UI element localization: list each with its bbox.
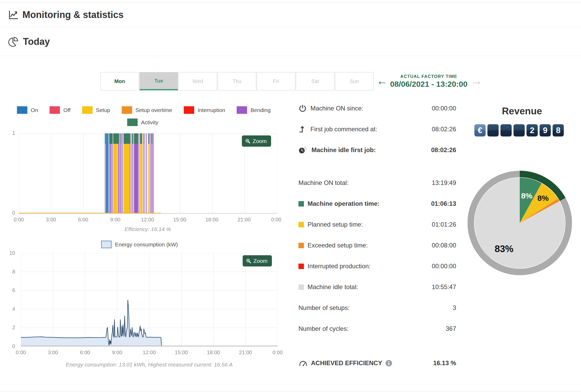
x-tick-label: 12:00 bbox=[139, 217, 156, 223]
utilization-pie-chart: 8%8%83% bbox=[465, 168, 574, 278]
x-tick-label: 3:00 bbox=[43, 217, 59, 223]
tab-sat[interactable]: Sat bbox=[296, 72, 334, 90]
revenue-digit bbox=[487, 124, 499, 136]
legend-item-activity[interactable]: Activity bbox=[127, 119, 158, 126]
setup-swatch bbox=[298, 222, 304, 227]
stat-value: 00:00:00 bbox=[432, 105, 456, 112]
exceeded-swatch bbox=[298, 243, 304, 248]
operation-swatch bbox=[298, 201, 304, 207]
stat-value: 10:55:47 bbox=[432, 283, 456, 291]
x-tick-label: 0:00 bbox=[10, 217, 27, 223]
energy-legend: Energy consumption (kW) bbox=[101, 241, 189, 248]
currency-euro-box: € bbox=[474, 124, 486, 136]
x-tick-label: 0:00 bbox=[13, 350, 29, 356]
titlebar: Monitoring & statistics bbox=[0, 3, 581, 27]
pie-canvas: 8%8%83% bbox=[465, 168, 574, 278]
factory-time-value: 08/06/2021 - 13:20:00 bbox=[388, 80, 469, 89]
revenue-digit: 9 bbox=[540, 124, 551, 136]
interrupted-swatch bbox=[298, 264, 304, 269]
energy-caption: Energy consumption: 13.01 kWh, Highest m… bbox=[21, 362, 278, 368]
legend-item-setup[interactable]: Setup bbox=[82, 106, 110, 114]
stat-value: 01:01:26 bbox=[432, 221, 456, 228]
stat-achieved-efficiency: ACHIEVED EFFICIENCY 16.13 % bbox=[298, 359, 456, 367]
section-title: Today bbox=[23, 36, 50, 47]
stat-value: 01:06:13 bbox=[431, 200, 456, 207]
next-day-arrow-icon[interactable]: → bbox=[471, 75, 482, 86]
y-tick-label: 2 bbox=[5, 325, 15, 331]
idle-swatch bbox=[298, 284, 304, 290]
stat-value: 08:02:26 bbox=[431, 146, 456, 154]
x-tick-label: 21:00 bbox=[237, 350, 254, 356]
day-tabs: Mon Tue Wed Thu Fri Sat Sun bbox=[100, 72, 374, 90]
idle-clock-icon: z z bbox=[298, 146, 308, 154]
tab-thu[interactable]: Thu bbox=[218, 72, 256, 90]
tab-mon[interactable]: Mon bbox=[100, 72, 139, 90]
section-header: Today bbox=[0, 27, 581, 56]
tab-tue[interactable]: Tue bbox=[139, 72, 178, 90]
legend-item-energy[interactable]: Energy consumption (kW) bbox=[101, 241, 178, 248]
setup-overtime-swatch bbox=[122, 106, 132, 114]
revenue-digit bbox=[500, 124, 512, 136]
energy-x-axis: 0:003:006:009:0012:0015:0018:0021:000:00 bbox=[13, 350, 286, 356]
pie-slice-label: 8% bbox=[521, 191, 532, 200]
activity-chart: Zoom bbox=[19, 133, 277, 214]
legend-item-interruption[interactable]: Interruption bbox=[184, 106, 225, 114]
activity-swatch bbox=[127, 119, 138, 126]
stat-number-of-cycles: Number of cycles: 367 bbox=[298, 325, 456, 332]
x-tick-label: 15:00 bbox=[172, 217, 188, 223]
x-tick-label: 21:00 bbox=[236, 217, 253, 223]
legend-item-bending[interactable]: Bending bbox=[237, 106, 271, 114]
activity-chart-canvas bbox=[19, 133, 277, 214]
tab-sun[interactable]: Sun bbox=[335, 72, 374, 90]
legend-item-on[interactable]: On bbox=[17, 106, 38, 114]
legend-item-setup-overtime[interactable]: Setup overtime bbox=[122, 106, 172, 114]
stat-value: 367 bbox=[446, 325, 456, 332]
energy-chart-canvas bbox=[21, 253, 278, 346]
page-title: Monitoring & statistics bbox=[22, 9, 124, 20]
energy-swatch bbox=[101, 241, 112, 248]
revenue-digit bbox=[513, 124, 525, 136]
previous-day-arrow-icon[interactable]: ← bbox=[376, 75, 388, 86]
x-tick-label: 9:00 bbox=[107, 217, 124, 223]
info-icon[interactable] bbox=[385, 360, 392, 367]
first-job-arrow-icon bbox=[298, 125, 307, 133]
stat-first-job: First job commenced at: 08:02:26 bbox=[298, 125, 456, 133]
y-tick-label: 8 bbox=[5, 269, 15, 275]
stat-value: 00:08:00 bbox=[432, 242, 456, 249]
stat-number-of-setups: Number of setups: 3 bbox=[298, 304, 456, 312]
stat-value: 08:02:26 bbox=[432, 126, 456, 133]
efficiency-value: 16.13 % bbox=[433, 359, 456, 367]
x-tick-label: 6:00 bbox=[77, 350, 93, 356]
x-tick-label: 0:00 bbox=[268, 217, 285, 223]
revenue-digit: 8 bbox=[553, 124, 564, 136]
x-tick-label: 18:00 bbox=[204, 217, 220, 223]
pie-slice-label: 83% bbox=[495, 244, 513, 254]
y-tick-label: 6 bbox=[5, 287, 15, 293]
off-swatch bbox=[50, 106, 60, 114]
tab-fri[interactable]: Fri bbox=[257, 72, 295, 90]
line-chart-icon bbox=[8, 9, 19, 20]
stat-machine-operation-time: Machine operation time: 01:06:13 bbox=[298, 200, 456, 207]
magnifier-plus-icon bbox=[246, 258, 251, 264]
activity-zoom-button[interactable]: Zoom bbox=[242, 135, 271, 147]
y-tick-label: 0 bbox=[5, 343, 15, 349]
monitoring-dashboard: Monitoring & statistics Today Mon Tue We… bbox=[0, 0, 581, 392]
stat-planned-setup-time: Planned setup time: 01:01:26 bbox=[298, 221, 456, 228]
efficiency-caption: Efficiency: 16.14 % bbox=[19, 226, 277, 232]
gauge-icon bbox=[298, 359, 308, 367]
energy-zoom-button[interactable]: Zoom bbox=[243, 255, 272, 266]
x-tick-label: 9:00 bbox=[109, 350, 125, 356]
stat-machine-on-total: Machine ON total: 13:19:49 bbox=[298, 179, 456, 186]
legend-item-off[interactable]: Off bbox=[50, 106, 71, 114]
x-tick-label: 15:00 bbox=[173, 350, 190, 356]
power-icon bbox=[298, 104, 307, 113]
magnifier-plus-icon bbox=[245, 139, 250, 144]
tab-wed[interactable]: Wed bbox=[179, 72, 217, 90]
x-tick-label: 6:00 bbox=[75, 217, 91, 223]
stat-value: 13:19:49 bbox=[432, 179, 456, 186]
x-tick-label: 0:00 bbox=[269, 350, 286, 356]
y-tick-label: 10 bbox=[5, 250, 15, 256]
factory-time: ACTUAL FACTORY TIME 08/06/2021 - 13:20:0… bbox=[388, 74, 469, 89]
y-tick-label: 4 bbox=[5, 306, 15, 312]
energy-chart: Zoom bbox=[21, 253, 278, 346]
